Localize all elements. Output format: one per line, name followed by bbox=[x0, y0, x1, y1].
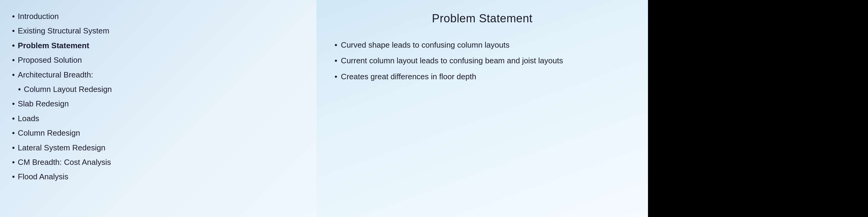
nav-item-existing-structural-system[interactable]: Existing Structural System bbox=[12, 24, 304, 38]
content-item-0: Curved shape leads to confusing column l… bbox=[335, 37, 630, 53]
content-item-2: Creates great differences in floor depth bbox=[335, 69, 630, 84]
nav-item-lateral-system-redesign[interactable]: Lateral System Redesign bbox=[12, 141, 304, 155]
nav-item-loads[interactable]: Loads bbox=[12, 111, 304, 126]
main-content: Problem Statement Curved shape leads to … bbox=[316, 0, 648, 217]
nav-list: IntroductionExisting Structural SystemPr… bbox=[12, 9, 304, 184]
nav-item-proposed-solution[interactable]: Proposed Solution bbox=[12, 53, 304, 67]
content-item-1: Current column layout leads to confusing… bbox=[335, 53, 630, 68]
nav-item-column-redesign[interactable]: Column Redesign bbox=[12, 126, 304, 140]
nav-item-slab-redesign[interactable]: Slab Redesign bbox=[12, 96, 304, 111]
nav-item-problem-statement[interactable]: Problem Statement bbox=[12, 38, 304, 53]
nav-item-cm-breadth-cost-analysis[interactable]: CM Breadth: Cost Analysis bbox=[12, 155, 304, 169]
nav-item-architectural-breadth[interactable]: Architectural Breadth: bbox=[12, 67, 304, 82]
left-panel: IntroductionExisting Structural SystemPr… bbox=[0, 0, 316, 217]
main-title: Problem Statement bbox=[335, 12, 630, 25]
right-panel bbox=[648, 0, 868, 217]
nav-item-column-layout-redesign[interactable]: Column Layout Redesign bbox=[12, 82, 304, 96]
nav-item-introduction[interactable]: Introduction bbox=[12, 9, 304, 24]
content-list: Curved shape leads to confusing column l… bbox=[335, 37, 630, 84]
nav-item-flood-analysis[interactable]: Flood Analysis bbox=[12, 169, 304, 184]
